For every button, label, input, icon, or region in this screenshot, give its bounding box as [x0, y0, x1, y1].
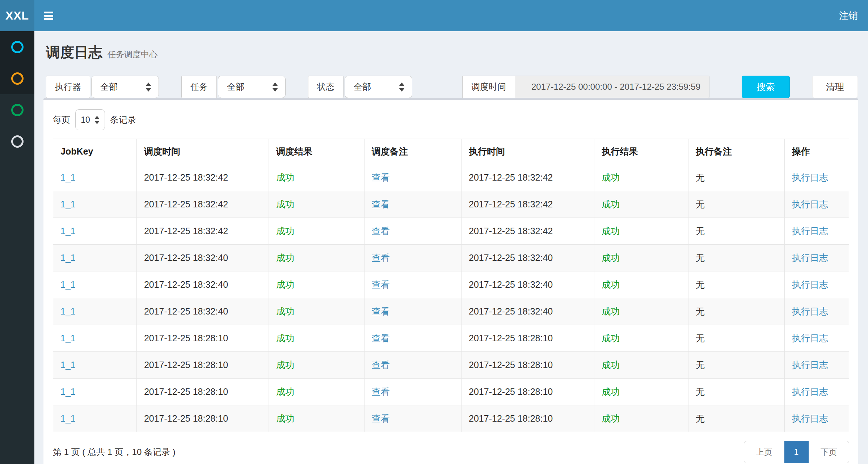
select-arrows-icon	[272, 83, 278, 92]
trigger-msg-view-link[interactable]: 查看	[372, 333, 390, 343]
trigger-time-cell: 2017-12-25 18:32:42	[136, 218, 269, 245]
table-header-row: JobKey 调度时间 调度结果 调度备注 执行时间 执行结果 执行备注 操作	[53, 139, 849, 164]
trigger-time-cell: 2017-12-25 18:28:10	[136, 325, 269, 352]
trigger-msg-view-link[interactable]: 查看	[372, 279, 390, 290]
execution-log-link[interactable]: 执行日志	[792, 172, 828, 182]
trigger-time-filter-label: 调度时间	[462, 76, 515, 98]
execution-log-link[interactable]: 执行日志	[792, 333, 828, 343]
execution-log-link[interactable]: 执行日志	[792, 387, 828, 397]
handle-msg-cell: 无	[688, 352, 784, 379]
handle-time-cell: 2017-12-25 18:28:10	[462, 325, 594, 352]
trigger-time-cell: 2017-12-25 18:32:42	[136, 191, 269, 218]
page-size-suffix-label: 条记录	[110, 114, 136, 126]
sidebar-menu-item[interactable]	[0, 126, 34, 157]
page-size-control: 每页 10 条记录	[53, 109, 849, 130]
trigger-msg-view-link[interactable]: 查看	[372, 253, 390, 263]
column-header-action: 操作	[784, 139, 849, 164]
job-select[interactable]: 全部	[218, 76, 286, 98]
execution-log-link[interactable]: 执行日志	[792, 279, 828, 290]
handle-msg-cell: 无	[688, 405, 784, 432]
sidebar-menu-item[interactable]	[0, 63, 34, 94]
execution-log-link[interactable]: 执行日志	[792, 199, 828, 209]
column-header-trigger-msg: 调度备注	[364, 139, 461, 164]
table-row: 1_1 2017-12-25 18:32:40 成功 查看 2017-12-25…	[53, 245, 849, 271]
sidebar-toggle-button[interactable]	[34, 0, 63, 31]
table-row: 1_1 2017-12-25 18:28:10 成功 查看 2017-12-25…	[53, 379, 849, 405]
logout-link[interactable]: 注销	[829, 0, 868, 31]
search-button[interactable]: 搜索	[742, 76, 790, 98]
trigger-msg-view-link[interactable]: 查看	[372, 360, 390, 370]
top-navbar: XXL 注销	[0, 0, 868, 31]
trigger-time-cell: 2017-12-25 18:32:40	[136, 245, 269, 271]
clear-button[interactable]: 清理	[812, 76, 858, 98]
handle-result-cell: 成功	[594, 271, 688, 298]
log-table-panel: 每页 10 条记录 JobKey 调度时间 调度结果 调度备注 执行时间 执行结…	[43, 98, 858, 464]
handle-time-cell: 2017-12-25 18:28:10	[462, 352, 594, 379]
page-size-select[interactable]: 10	[75, 109, 105, 130]
execution-log-link[interactable]: 执行日志	[792, 306, 828, 316]
jobkey-link[interactable]: 1_1	[60, 306, 76, 316]
trigger-msg-view-link[interactable]: 查看	[372, 306, 390, 316]
trigger-msg-view-link[interactable]: 查看	[372, 413, 390, 423]
table-row: 1_1 2017-12-25 18:32:42 成功 查看 2017-12-25…	[53, 218, 849, 245]
table-row: 1_1 2017-12-25 18:32:40 成功 查看 2017-12-25…	[53, 298, 849, 325]
content-area: 调度日志 任务调度中心 执行器 全部 任务 全部 状态 全部 调度时	[34, 31, 868, 464]
jobkey-link[interactable]: 1_1	[60, 172, 76, 182]
table-row: 1_1 2017-12-25 18:32:40 成功 查看 2017-12-25…	[53, 271, 849, 298]
logo[interactable]: XXL	[0, 0, 34, 31]
handle-time-cell: 2017-12-25 18:32:42	[462, 164, 594, 191]
trigger-msg-view-link[interactable]: 查看	[372, 387, 390, 397]
handle-msg-cell: 无	[688, 298, 784, 325]
table-row: 1_1 2017-12-25 18:28:10 成功 查看 2017-12-25…	[53, 352, 849, 379]
table-footer: 第 1 页 ( 总共 1 页，10 条记录 ) 上页 1 下页	[53, 441, 849, 463]
jobkey-link[interactable]: 1_1	[60, 333, 76, 343]
jobkey-link[interactable]: 1_1	[60, 226, 76, 236]
trigger-msg-view-link[interactable]: 查看	[372, 172, 390, 182]
select-arrows-icon	[94, 116, 100, 124]
executor-filter-label: 执行器	[46, 76, 90, 98]
handle-msg-cell: 无	[688, 164, 784, 191]
jobkey-link[interactable]: 1_1	[60, 253, 76, 263]
handle-time-cell: 2017-12-25 18:32:40	[462, 298, 594, 325]
navbar-spacer	[63, 0, 829, 31]
trigger-result-cell: 成功	[269, 352, 364, 379]
jobkey-link[interactable]: 1_1	[60, 279, 76, 290]
trigger-result-cell: 成功	[269, 405, 364, 432]
executor-select[interactable]: 全部	[91, 76, 159, 98]
table-row: 1_1 2017-12-25 18:32:42 成功 查看 2017-12-25…	[53, 191, 849, 218]
trigger-result-cell: 成功	[269, 379, 364, 405]
sidebar-menu-item[interactable]	[0, 94, 34, 126]
current-page-button[interactable]: 1	[784, 441, 809, 463]
handle-msg-cell: 无	[688, 245, 784, 271]
handle-msg-cell: 无	[688, 325, 784, 352]
column-header-trigger-time: 调度时间	[136, 139, 269, 164]
jobkey-link[interactable]: 1_1	[60, 387, 76, 397]
circle-outline-icon	[11, 72, 24, 85]
next-page-button[interactable]: 下页	[809, 441, 849, 463]
jobkey-link[interactable]: 1_1	[60, 199, 76, 209]
jobkey-link[interactable]: 1_1	[60, 413, 76, 423]
hamburger-icon	[44, 12, 53, 20]
handle-result-cell: 成功	[594, 218, 688, 245]
trigger-time-range-input[interactable]: 2017-12-25 00:00:00 - 2017-12-25 23:59:5…	[515, 76, 709, 98]
job-filter-group: 任务 全部	[181, 76, 286, 98]
handle-time-cell: 2017-12-25 18:32:40	[462, 271, 594, 298]
status-select[interactable]: 全部	[345, 76, 412, 98]
sidebar-menu-item[interactable]	[0, 31, 34, 63]
handle-result-cell: 成功	[594, 191, 688, 218]
execution-log-link[interactable]: 执行日志	[792, 360, 828, 370]
execution-log-link[interactable]: 执行日志	[792, 226, 828, 236]
dispatch-log-table: JobKey 调度时间 调度结果 调度备注 执行时间 执行结果 执行备注 操作 …	[53, 139, 849, 432]
handle-result-cell: 成功	[594, 245, 688, 271]
jobkey-link[interactable]: 1_1	[60, 360, 76, 370]
trigger-msg-view-link[interactable]: 查看	[372, 226, 390, 236]
column-header-jobkey: JobKey	[53, 139, 137, 164]
handle-time-cell: 2017-12-25 18:32:42	[462, 218, 594, 245]
column-header-handle-result: 执行结果	[594, 139, 688, 164]
circle-outline-icon	[11, 104, 24, 116]
trigger-msg-view-link[interactable]: 查看	[372, 199, 390, 209]
execution-log-link[interactable]: 执行日志	[792, 413, 828, 423]
execution-log-link[interactable]: 执行日志	[792, 253, 828, 263]
table-row: 1_1 2017-12-25 18:28:10 成功 查看 2017-12-25…	[53, 325, 849, 352]
previous-page-button[interactable]: 上页	[744, 441, 784, 463]
